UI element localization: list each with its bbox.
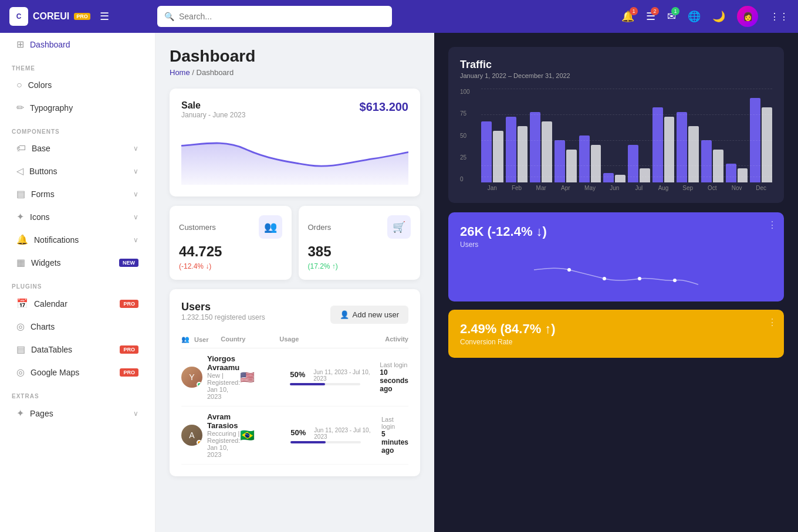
purple-stat-card: ⋮ 26K (-12.4% ↓) Users [448, 212, 784, 301]
sale-header: Sale January - June 2023 $613.200 [181, 100, 408, 119]
apps-icon[interactable]: ⋮⋮ [770, 11, 789, 22]
users-header: Users 1.232.150 registered users 👤 Add n… [181, 301, 408, 328]
translate-icon[interactable]: 🌐 [688, 10, 701, 23]
sidebar-item-pages[interactable]: ✦ Pages ∨ [5, 402, 150, 425]
theme-toggle-icon[interactable]: 🌙 [712, 10, 725, 23]
sidebar-widgets-label: Widgets [31, 258, 61, 267]
logo-badge: PRO [74, 13, 90, 20]
bar-group-aug [652, 107, 675, 182]
breadcrumb-separator: / [192, 68, 196, 77]
bar-sep-blue [677, 112, 687, 182]
sidebar-item-calendar[interactable]: 📅 Calendar PRO [5, 292, 150, 315]
sidebar-item-dashboard[interactable]: ⊞ Dashboard [5, 33, 150, 56]
usage-percent-1: 50% [290, 370, 305, 379]
sidebar-item-base[interactable]: 🏷 Base ∨ [5, 137, 150, 160]
widgets-badge: NEW [119, 259, 138, 267]
y-label-25: 25 [460, 154, 470, 161]
yellow-card-menu[interactable]: ⋮ [767, 317, 777, 328]
bar-group-jun [603, 173, 625, 182]
logo-text: COREUI [33, 11, 69, 22]
usage-date-1: Jun 11, 2023 - Jul 10, 2023 [313, 369, 380, 382]
sidebar-item-charts[interactable]: ◎ Charts [5, 315, 150, 338]
calendar-badge: PRO [120, 300, 138, 308]
purple-stat-label: Users [460, 240, 772, 249]
googlemaps-badge: PRO [120, 368, 138, 377]
sidebar-item-datatables[interactable]: ▤ DataTables PRO [5, 338, 150, 361]
purple-stat-value: 26K (-12.4% ↓) [460, 224, 772, 239]
sidebar-item-googlemaps[interactable]: ◎ Google Maps PRO [5, 361, 150, 384]
calendar-icon: 📅 [16, 298, 28, 309]
user-avatar-2: A [181, 425, 202, 446]
traffic-card: Traffic January 1, 2022 – December 31, 2… [448, 47, 784, 203]
avatar[interactable]: 👩 [737, 6, 758, 27]
y-axis: 100 75 50 25 0 [460, 89, 470, 182]
bar-jul-white [640, 168, 650, 182]
bar-nov-blue [726, 164, 736, 182]
yellow-stat-value: 2.49% (84.7% ↑) [460, 321, 772, 337]
sale-card: Sale January - June 2023 $613.200 [170, 89, 420, 196]
user-name-2: Avram Tarasios [207, 412, 240, 430]
breadcrumb-home[interactable]: Home [170, 68, 190, 77]
bar-group-mar [530, 112, 552, 182]
usage-bar-fill-2 [290, 441, 326, 443]
sidebar-calendar-label: Calendar [34, 299, 67, 309]
svg-point-1 [603, 277, 606, 280]
user-row: Y Yiorgos Avraamu New | Registered: Jan … [181, 348, 408, 406]
user-usage-1: 50% Jun 11, 2023 - Jul 10, 2023 [290, 369, 380, 385]
activity-value-1: 10 seconds ago [380, 368, 408, 393]
bar-jun-blue [603, 173, 614, 182]
user-activity-2: Last login 5 minutes ago [381, 416, 408, 455]
purple-card-menu[interactable]: ⋮ [767, 219, 777, 231]
x-axis-labels: Jan Feb Mar Apr May Jun Jul Aug Sep Oct … [481, 185, 772, 191]
svg-point-3 [673, 279, 677, 282]
sale-amount: $613.200 [360, 100, 408, 114]
base-icon: 🏷 [16, 143, 26, 154]
sidebar-item-buttons[interactable]: ◁ Buttons ∨ [5, 160, 150, 182]
customers-icon: 👥 [259, 215, 282, 239]
sidebar-item-colors[interactable]: ○ Colors [5, 74, 150, 96]
chevron-down-icon-5: ∨ [133, 236, 138, 244]
user-activity-1: Last login 10 seconds ago [380, 361, 408, 393]
customers-value: 44.725 [179, 243, 282, 260]
search-icon: 🔍 [164, 12, 174, 21]
sidebar-charts-label: Charts [31, 322, 55, 331]
add-user-button[interactable]: 👤 Add new user [330, 306, 409, 324]
sidebar-item-widgets[interactable]: ▦ Widgets NEW [5, 251, 150, 274]
y-label-0: 0 [460, 176, 470, 182]
tasks-icon[interactable]: ☰ 2 [646, 10, 655, 23]
users-title: Users [181, 301, 265, 313]
sale-title-area: Sale January - June 2023 [181, 100, 245, 119]
sidebar-forms-label: Forms [31, 189, 55, 199]
bar-chart [481, 89, 772, 182]
bar-nov-white [738, 168, 748, 182]
chevron-down-icon-3: ∨ [133, 190, 138, 198]
orders-change: (17.2% ↑) [308, 262, 411, 270]
customers-label: Customers [179, 223, 216, 232]
chevron-down-icon: ∨ [133, 144, 138, 153]
sidebar-section-plugins: PLUGINS [0, 274, 155, 292]
sale-chart-area [181, 126, 408, 185]
user-avatar-1: Y [181, 367, 202, 388]
notifications-icon[interactable]: 🔔 1 [621, 10, 634, 23]
user-col-icon: 👥 [181, 336, 190, 343]
dashboard-icon: ⊞ [16, 39, 24, 50]
nav-toggle-button[interactable]: ☰ [100, 10, 109, 23]
sidebar-googlemaps-label: Google Maps [31, 368, 79, 377]
orders-label: Orders [308, 223, 332, 232]
user-usage-2: 50% Jun 11, 2023 - Jul 10, 2023 [290, 427, 381, 443]
customers-change: (-12.4% ↓) [179, 262, 282, 270]
bar-group-jan [481, 121, 503, 182]
sidebar-item-typography[interactable]: ✏ Typography [5, 96, 150, 119]
search-input[interactable] [179, 12, 385, 21]
bar-group-sep [677, 112, 699, 182]
usage-bar-bg-2 [290, 441, 361, 443]
sidebar-item-forms[interactable]: ▤ Forms ∨ [5, 182, 150, 205]
y-label-100: 100 [460, 89, 470, 95]
widgets-icon: ▦ [16, 257, 25, 268]
usage-percent-2: 50% [290, 428, 306, 437]
sidebar-item-notifications[interactable]: 🔔 Notifications ∨ [5, 228, 150, 251]
sidebar-item-icons[interactable]: ✦ Icons ∨ [5, 205, 150, 228]
mail-icon[interactable]: ✉ 1 [667, 10, 676, 23]
datatables-badge: PRO [120, 345, 138, 354]
page-header: Dashboard Home / Dashboard [170, 47, 420, 77]
